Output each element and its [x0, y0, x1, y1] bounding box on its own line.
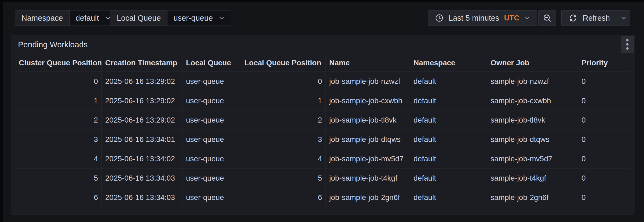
table-cell: job-sample-job-2gn6f	[326, 188, 410, 207]
namespace-variable: Namespace default	[15, 10, 118, 26]
column-header[interactable]: Owner Job	[487, 54, 578, 71]
table-header-row: Cluster Queue PositionCreation Timestamp…	[15, 54, 631, 72]
column-header[interactable]: Priority	[578, 54, 631, 71]
time-range-label: Last 5 minutes	[449, 14, 499, 23]
namespace-variable-value: default	[76, 14, 99, 23]
table-cell: 0	[578, 188, 631, 207]
table-cell: 5	[241, 169, 326, 188]
column-header[interactable]: Namespace	[410, 54, 487, 71]
table-cell: 1	[15, 91, 102, 110]
table-cell: user-queue	[182, 72, 241, 91]
table-cell: 0	[578, 130, 631, 149]
table-cell: 6	[241, 188, 326, 207]
table-cell: 0	[578, 72, 631, 91]
table-cell: job-sample-job-dtqws	[326, 130, 410, 149]
table-cell: 0	[578, 149, 631, 168]
table-cell: 3	[241, 130, 326, 149]
namespace-variable-label: Namespace	[15, 10, 70, 26]
table-cell: default	[410, 149, 487, 168]
table-cell: 2025-06-16 13:34:03	[102, 169, 182, 188]
local-queue-variable-select[interactable]: user-queue	[167, 10, 231, 26]
chevron-down-icon	[218, 15, 225, 22]
table-cell: default	[410, 169, 487, 188]
table-cell: default	[410, 72, 487, 91]
table-cell: 4	[15, 149, 102, 168]
panel-menu-button[interactable]	[621, 36, 634, 53]
pending-workloads-table: Cluster Queue PositionCreation Timestamp…	[15, 54, 631, 207]
refresh-button-label: Refresh	[583, 14, 610, 23]
table-cell: user-queue	[182, 188, 241, 207]
window-top-edge	[0, 0, 644, 2]
refresh-interval-dropdown[interactable]	[617, 10, 630, 26]
column-header[interactable]: Cluster Queue Position	[15, 54, 102, 71]
column-header[interactable]: Name	[326, 54, 410, 71]
column-header[interactable]: Local Queue	[182, 54, 241, 71]
table-cell: default	[410, 188, 487, 207]
table-cell: default	[410, 91, 487, 110]
table-cell: sample-job-2gn6f	[487, 188, 578, 207]
kebab-vertical-icon	[626, 39, 629, 50]
table-cell: user-queue	[182, 110, 241, 130]
sync-icon	[569, 13, 578, 23]
table-row: 02025-06-16 13:29:02user-queue0job-sampl…	[15, 72, 631, 91]
table-row: 22025-06-16 13:29:02user-queue2job-sampl…	[15, 110, 631, 130]
table-cell: sample-job-dtqws	[487, 130, 578, 149]
table-cell: 0	[578, 91, 631, 110]
table-row: 12025-06-16 13:29:02user-queue1job-sampl…	[15, 91, 631, 110]
table-cell: 2025-06-16 13:34:02	[102, 149, 182, 168]
table-cell: 2	[15, 110, 102, 130]
table-row: 42025-06-16 13:34:02user-queue4job-sampl…	[15, 149, 631, 169]
table-cell: user-queue	[182, 169, 241, 188]
table-cell: 3	[15, 130, 102, 149]
column-header[interactable]: Creation Timestamp	[102, 54, 182, 71]
local-queue-variable: Local Queue user-queue	[110, 10, 231, 26]
time-range-picker[interactable]: Last 5 minutes UTC	[428, 10, 537, 26]
time-zoom-out-button[interactable]	[538, 10, 556, 26]
table-row: 52025-06-16 13:34:03user-queue5job-sampl…	[15, 169, 631, 188]
refresh-button[interactable]: Refresh	[562, 10, 617, 26]
chevron-down-icon	[524, 15, 530, 21]
table-cell: sample-job-nzwzf	[487, 72, 578, 91]
table-cell: sample-job-t4kgf	[487, 169, 578, 188]
table-cell: 2025-06-16 13:29:02	[102, 110, 182, 130]
table-cell: 1	[241, 91, 326, 110]
table-cell: 0	[15, 72, 102, 91]
dashboard-toolbar-right: Last 5 minutes UTC Refresh	[428, 10, 630, 26]
table-cell: job-sample-job-mv5d7	[326, 149, 410, 168]
table-cell: 2025-06-16 13:34:03	[102, 188, 182, 207]
table-cell: 0	[578, 169, 631, 188]
table-cell: 2	[241, 110, 326, 130]
panel-header: Pending Workloads	[11, 35, 635, 54]
table-cell: 2025-06-16 13:29:02	[102, 91, 182, 110]
clock-icon	[435, 13, 444, 23]
chevron-down-icon	[620, 15, 627, 21]
window-left-edge	[0, 0, 3, 222]
table-cell: sample-job-tl8vk	[487, 110, 578, 130]
table-cell: job-sample-job-t4kgf	[326, 169, 410, 188]
table-cell: job-sample-job-tl8vk	[326, 110, 410, 130]
table-cell: user-queue	[182, 91, 241, 110]
table-cell: sample-job-mv5d7	[487, 149, 578, 168]
table-row: 32025-06-16 13:34:01user-queue3job-sampl…	[15, 130, 631, 149]
table-cell: 5	[15, 169, 102, 188]
table-cell: job-sample-job-cxwbh	[326, 91, 410, 110]
table-cell: 2025-06-16 13:34:01	[102, 130, 182, 149]
table-cell: user-queue	[182, 130, 241, 149]
table-body: 02025-06-16 13:29:02user-queue0job-sampl…	[15, 72, 631, 207]
magnifier-minus-icon	[542, 13, 552, 23]
refresh-button-group: Refresh	[561, 10, 630, 26]
table-cell: 4	[241, 149, 326, 168]
table-cell: default	[410, 110, 487, 130]
table-cell: 2025-06-16 13:29:02	[102, 72, 182, 91]
pending-workloads-panel: Pending Workloads Cluster Queue Position…	[11, 35, 635, 214]
timezone-label: UTC	[504, 14, 519, 22]
panel-title: Pending Workloads	[18, 40, 88, 49]
table-cell: 0	[241, 72, 326, 91]
table-cell: sample-job-cxwbh	[487, 91, 578, 110]
table-cell: default	[410, 130, 487, 149]
table-cell: 0	[578, 110, 631, 130]
column-header[interactable]: Local Queue Position	[241, 54, 326, 71]
table-row: 62025-06-16 13:34:03user-queue6job-sampl…	[15, 188, 631, 207]
table-cell: user-queue	[182, 149, 241, 168]
local-queue-variable-value: user-queue	[173, 14, 213, 23]
